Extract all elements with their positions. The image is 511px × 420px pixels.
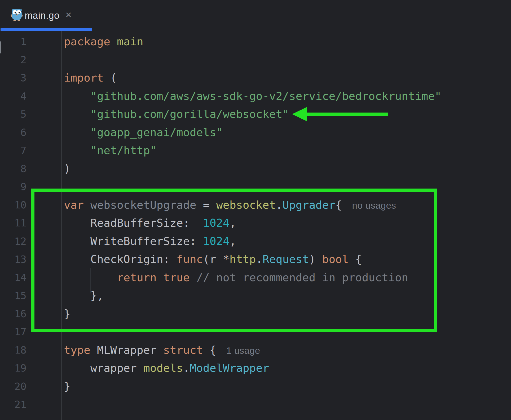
code-token: { <box>203 343 216 356</box>
code-token: type <box>64 343 90 356</box>
editor-tab-bar: main.go ✕ <box>0 0 511 31</box>
line-number[interactable]: 21 <box>0 395 27 414</box>
code-token: import <box>64 71 104 84</box>
gutter: 123456789101112131415161718192021 <box>0 33 27 414</box>
line-number[interactable]: 17 <box>0 323 27 341</box>
line-number[interactable]: 4 <box>0 87 27 105</box>
line-number[interactable]: 9 <box>0 178 27 196</box>
close-icon[interactable]: ✕ <box>65 11 72 19</box>
line-number[interactable]: 19 <box>0 359 27 377</box>
code-line[interactable]: wrapper models.ModelWrapper <box>64 359 441 377</box>
code-token: package <box>64 35 110 48</box>
line-number[interactable]: 18 <box>0 341 27 359</box>
code-token: struct <box>163 343 203 356</box>
code-token: "github.com/aws/aws-sdk-go-v2/service/be… <box>90 90 441 102</box>
code-token: } <box>64 380 71 393</box>
line-number[interactable]: 2 <box>0 51 27 69</box>
code-token <box>64 144 90 157</box>
line-number[interactable]: 5 <box>0 105 27 123</box>
code-token: . <box>183 361 190 374</box>
code-line[interactable]: import ( <box>64 69 441 87</box>
code-token: "net/http" <box>90 144 157 157</box>
line-number[interactable]: 14 <box>0 269 27 287</box>
code-token: models <box>143 361 183 374</box>
code-token <box>64 90 90 102</box>
code-token <box>64 108 90 120</box>
code-token: wrapper <box>64 361 143 374</box>
line-number[interactable]: 6 <box>0 123 27 142</box>
line-number[interactable]: 16 <box>0 305 27 323</box>
code-line[interactable] <box>64 51 441 69</box>
go-gopher-icon <box>11 7 23 21</box>
annotation-arrow-head-icon <box>292 107 307 121</box>
code-token: MLWrapper <box>90 343 163 356</box>
active-tab-underline <box>1 28 92 31</box>
code-line[interactable]: ) <box>64 160 441 178</box>
annotation-rectangle <box>31 189 437 332</box>
code-token: ) <box>64 162 71 175</box>
line-number[interactable]: 11 <box>0 214 27 232</box>
line-number[interactable]: 1 <box>0 33 27 51</box>
code-line[interactable] <box>64 395 441 414</box>
line-number[interactable]: 10 <box>0 196 27 214</box>
tab-main-go[interactable]: main.go ✕ <box>0 0 82 31</box>
code-token: ( <box>104 71 117 84</box>
line-number[interactable]: 20 <box>0 377 27 396</box>
code-line[interactable]: "net/http" <box>64 141 441 160</box>
line-number[interactable]: 12 <box>0 232 27 251</box>
code-token: "github.com/gorilla/websocket" <box>90 108 289 120</box>
line-number[interactable]: 7 <box>0 141 27 160</box>
annotation-arrow-shaft <box>306 113 388 116</box>
code-line[interactable]: "goapp_genai/models" <box>64 123 441 142</box>
code-line[interactable]: "github.com/aws/aws-sdk-go-v2/service/be… <box>64 87 441 105</box>
line-number[interactable]: 8 <box>0 160 27 178</box>
code-line[interactable]: type MLWrapper struct {1 usage <box>64 341 441 359</box>
code-line[interactable]: package main <box>64 33 441 51</box>
inlay-hint: 1 usage <box>226 345 260 356</box>
ide-window: main.go ✕ 123456789101112131415161718192… <box>0 0 511 420</box>
code-token: "goapp_genai/models" <box>90 126 223 139</box>
line-number[interactable]: 3 <box>0 69 27 87</box>
code-line[interactable]: } <box>64 377 441 396</box>
code-token <box>64 126 90 139</box>
line-number[interactable]: 13 <box>0 250 27 269</box>
code-token: ModelWrapper <box>190 361 269 374</box>
code-token <box>110 35 117 48</box>
code-token: main <box>117 35 143 48</box>
line-number[interactable]: 15 <box>0 287 27 305</box>
tab-title: main.go <box>25 10 60 21</box>
